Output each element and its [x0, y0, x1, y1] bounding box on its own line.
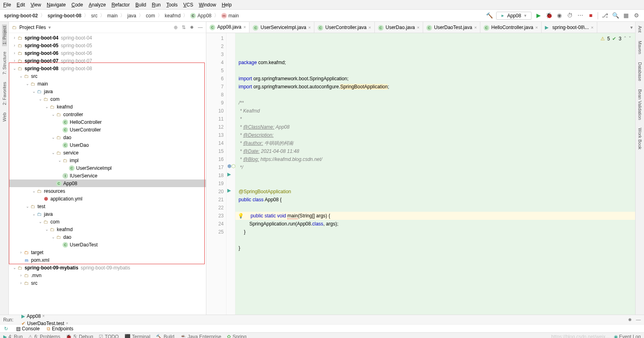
tree-node-userdao[interactable]: CUserDao: [9, 141, 206, 149]
code-line[interactable]: * @ClassName: App08: [239, 123, 632, 131]
code-line[interactable]: [239, 171, 632, 179]
code-line[interactable]: 💡 public static void main(String[] args)…: [235, 212, 635, 220]
line-number[interactable]: 12: [206, 123, 224, 131]
tool-tab-maven[interactable]: Maven: [638, 39, 642, 56]
tree-node-spring-boot-06[interactable]: ›🗀spring-boot-06spring-boot-06: [9, 49, 206, 57]
tree-node-java[interactable]: ⌄🗀java: [9, 210, 206, 218]
bottom-tab-5debug[interactable]: 🐞5: Debug: [66, 334, 93, 338]
code-line[interactable]: [239, 204, 632, 212]
chevron-down-icon[interactable]: ⌄: [19, 74, 23, 78]
line-number[interactable]: 24: [206, 220, 224, 228]
project-tree[interactable]: ›🗀spring-boot-04spring-boot-04›🗀spring-b…: [9, 33, 206, 315]
menu-edit[interactable]: Edit: [17, 2, 25, 8]
rerun-icon[interactable]: ↻: [3, 326, 9, 332]
menu-navigate[interactable]: Navigate: [47, 2, 66, 8]
line-number[interactable]: 7: [206, 83, 224, 91]
line-number[interactable]: 9: [206, 99, 224, 107]
line-number[interactable]: 17: [206, 163, 224, 171]
line-number[interactable]: 16: [206, 155, 224, 163]
code-line[interactable]: * Keafmd: [239, 107, 632, 115]
tree-node-test[interactable]: ⌄🗀test: [9, 202, 206, 210]
profile-icon[interactable]: ⏱: [566, 12, 573, 19]
bottom-tab-todo[interactable]: ☑TODO: [99, 334, 118, 338]
breadcrumb-item[interactable]: App08: [197, 13, 212, 19]
search-icon[interactable]: 🔍: [612, 12, 619, 19]
menu-refactor[interactable]: Refactor: [112, 2, 130, 8]
code-line[interactable]: * @Description:: [239, 131, 632, 139]
locate-icon[interactable]: ⊕: [174, 25, 178, 30]
tree-node-java[interactable]: ⌄🗀java: [9, 88, 206, 95]
bottom-tab-6problems[interactable]: ⚠6: Problems: [28, 334, 60, 338]
tree-node-com[interactable]: ⌄🗀com: [9, 95, 206, 103]
tree-node-spring-boot-09-mybatis[interactable]: ⌄🗀spring-boot-09-mybatisspring-boot-09-m…: [9, 264, 206, 271]
menu-window[interactable]: Window: [199, 2, 216, 8]
line-number[interactable]: 10: [206, 107, 224, 115]
bottom-tab-spring[interactable]: ✿Spring: [227, 334, 247, 338]
code-line[interactable]: @SpringBootApplication: [239, 188, 632, 196]
tree-node-resources[interactable]: ⌄🗀resources: [9, 187, 206, 195]
line-number[interactable]: 2: [206, 42, 224, 50]
editor-tab-userdao-java[interactable]: CUserDao.java×: [375, 22, 423, 33]
menu-run[interactable]: Run: [152, 2, 161, 8]
tree-node-src[interactable]: ⌄🗀src: [9, 72, 206, 80]
bottom-tab-4run[interactable]: ▶4: Run: [3, 334, 23, 338]
up-icon[interactable]: ˄: [624, 35, 626, 43]
chevron-right-icon[interactable]: ›: [12, 58, 17, 63]
tree-node-dao[interactable]: ⌄🗀dao: [9, 233, 206, 241]
code-line[interactable]: public class App08 {: [239, 196, 632, 204]
bottom-tab-javaenterprise[interactable]: ☕Java Enterprise: [180, 334, 221, 338]
tree-node-controller[interactable]: ⌄🗀controller: [9, 111, 206, 118]
tree-node-iuserservice[interactable]: IIUserService: [9, 172, 206, 179]
coverage-icon[interactable]: ◉: [556, 12, 563, 19]
chevron-down-icon[interactable]: ⌄: [12, 66, 17, 71]
run-gutter-icon[interactable]: ▶: [227, 171, 231, 177]
bottom-tab-build[interactable]: 🔨Build: [156, 334, 175, 338]
close-icon[interactable]: ×: [243, 25, 246, 29]
breadcrumb-item[interactable]: spring-boot-02: [4, 13, 38, 19]
line-number[interactable]: 25: [206, 228, 224, 236]
tool-tab-workbook[interactable]: Work Book: [638, 126, 642, 151]
tree-node-usercontroller[interactable]: CUserController: [9, 126, 206, 134]
tree-node-spring-boot-04[interactable]: ›🗀spring-boot-04spring-boot-04: [9, 34, 206, 42]
tool-tab-database[interactable]: Database: [638, 61, 642, 83]
editor-tab-hellocontroller-java[interactable]: CHelloController.java×: [480, 22, 542, 33]
code-line[interactable]: package com.keafmd;: [239, 58, 632, 67]
gear-icon[interactable]: ✸: [190, 25, 194, 30]
down-icon[interactable]: ˅: [629, 35, 631, 43]
code-line[interactable]: *: [239, 115, 632, 123]
line-number[interactable]: 1: [206, 34, 224, 42]
line-number[interactable]: 19: [206, 179, 224, 188]
chevron-down-icon[interactable]: ⌄: [31, 89, 36, 94]
tree-node-src[interactable]: ›🗀src: [9, 279, 206, 287]
tree-node-impl[interactable]: ⌄🗀impl: [9, 156, 206, 164]
editor-tab-spring-boot-08----[interactable]: ▶spring-boot-08\...×: [542, 22, 597, 33]
line-number[interactable]: 6: [206, 75, 224, 83]
line-number[interactable]: 21: [206, 196, 224, 204]
endpoint-gutter-icon[interactable]: ⬢⬡: [227, 163, 235, 169]
chevron-down-icon[interactable]: ⌄: [38, 219, 43, 224]
chevron-down-icon[interactable]: ▾: [48, 25, 51, 30]
hide-icon[interactable]: —: [636, 317, 641, 323]
chevron-down-icon[interactable]: ⌄: [31, 189, 36, 193]
menu-build[interactable]: Build: [135, 2, 146, 8]
code-line[interactable]: * @author: 牛哄哄的柯南: [239, 139, 632, 147]
close-icon[interactable]: ×: [474, 25, 477, 30]
code-line[interactable]: }: [239, 244, 632, 252]
code-line[interactable]: */: [239, 163, 632, 171]
tree-node-pom-xml[interactable]: mpom.xml: [9, 256, 206, 264]
breadcrumb-item[interactable]: main: [229, 13, 239, 19]
tool-tab-favorites[interactable]: 2: Favorites: [2, 80, 7, 106]
menu-tools[interactable]: Tools: [166, 2, 178, 8]
menu-vcs[interactable]: VCS: [183, 2, 193, 8]
code-line[interactable]: }: [239, 228, 632, 236]
run-gutter-icon[interactable]: ▶: [227, 188, 231, 193]
tool-tab-beanvalidation[interactable]: Bean Validation: [638, 88, 642, 121]
chevron-down-icon[interactable]: ⌄: [25, 81, 30, 86]
chevron-right-icon[interactable]: ›: [19, 250, 23, 255]
run-configuration-selector[interactable]: App08 ▼: [496, 12, 532, 20]
tree-node-userdaotest[interactable]: CUserDaoTest: [9, 241, 206, 248]
code-line[interactable]: [239, 252, 632, 260]
console-tab[interactable]: ▤ Console: [16, 326, 39, 332]
close-icon[interactable]: ×: [535, 25, 538, 30]
menu-code[interactable]: Code: [71, 2, 83, 8]
